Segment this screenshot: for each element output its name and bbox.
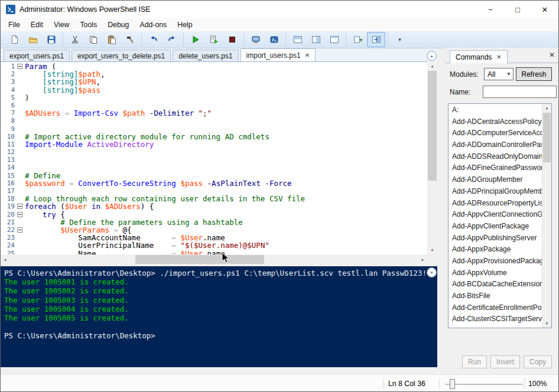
maximize-button[interactable]: □ bbox=[504, 1, 531, 18]
editor-line[interactable]: 8 bbox=[1, 117, 427, 125]
modules-dropdown[interactable]: All ▼ bbox=[484, 68, 514, 80]
statusbar-separator bbox=[524, 378, 525, 389]
editor-line[interactable]: 16$password = ConvertTo-SecureString $pa… bbox=[1, 179, 427, 187]
horizontal-scroll-thumb[interactable] bbox=[135, 255, 264, 264]
stop-operation-button[interactable] bbox=[223, 32, 241, 47]
menu-item-debug[interactable]: Debug bbox=[102, 18, 134, 31]
list-scroll-down-icon[interactable]: ▼ bbox=[542, 319, 551, 328]
command-list-item[interactable]: Add-ADDSReadOnlyDomainCo bbox=[448, 151, 542, 163]
script-tab-import_users.ps1[interactable]: import_users.ps1✕ bbox=[240, 48, 316, 61]
editor-vertical-scrollbar[interactable]: ▲ ▼ bbox=[427, 61, 437, 254]
new-script-button[interactable] bbox=[5, 32, 24, 47]
command-list-item[interactable]: Add-ADComputerServiceAccou bbox=[448, 128, 542, 139]
scroll-right-icon[interactable]: ► bbox=[418, 254, 427, 264]
list-scroll-up-icon[interactable]: ▲ bbox=[542, 104, 551, 112]
toolbar-overflow-button[interactable]: ▾ bbox=[391, 32, 409, 47]
show-script-pane-top-button[interactable] bbox=[288, 32, 307, 47]
zoom-slider-thumb[interactable] bbox=[450, 379, 455, 389]
start-powershell-button[interactable] bbox=[265, 32, 283, 47]
clear-console-button[interactable] bbox=[121, 32, 139, 47]
command-list-item[interactable]: Add-ADResourcePropertyListM bbox=[448, 198, 542, 210]
command-list-item[interactable]: Add-AppxPackage bbox=[448, 244, 542, 256]
command-list-item[interactable]: Add-BitsFile bbox=[448, 290, 542, 302]
editor-line[interactable]: 4 [string]$pass bbox=[1, 86, 427, 94]
fold-collapse-icon[interactable] bbox=[17, 212, 22, 217]
command-list-item[interactable]: Add-AppvClientPackage bbox=[448, 221, 542, 233]
command-list-item[interactable]: Add-AppxProvisionedPackage bbox=[448, 256, 542, 267]
command-list-scrollbar[interactable]: ▲ ▼ bbox=[542, 104, 551, 328]
editor-line[interactable]: 13 bbox=[1, 156, 427, 164]
collapse-script-pane-button[interactable]: ▲ bbox=[427, 51, 437, 61]
command-list-item[interactable]: Add-ADPrincipalGroupMember bbox=[448, 186, 542, 198]
refresh-button[interactable]: Refresh bbox=[516, 67, 552, 81]
editor-line[interactable]: 14 bbox=[1, 164, 427, 171]
list-scroll-thumb[interactable] bbox=[543, 113, 551, 162]
show-script-pane-maximized-button[interactable] bbox=[325, 32, 343, 47]
vertical-scroll-thumb[interactable] bbox=[428, 71, 437, 181]
command-list-item[interactable]: Add-ADFineGrainedPasswordP bbox=[448, 162, 542, 174]
scroll-up-icon[interactable]: ▲ bbox=[427, 61, 437, 70]
fold-collapse-icon[interactable] bbox=[17, 64, 22, 69]
close-button[interactable]: ✕ bbox=[531, 1, 558, 18]
undo-button[interactable] bbox=[144, 32, 162, 47]
script-tab-export_users_to_delete.ps1[interactable]: export_users_to_delete.ps1 bbox=[72, 50, 171, 61]
show-script-pane-right-button[interactable] bbox=[307, 32, 325, 47]
redo-button[interactable] bbox=[162, 32, 181, 47]
zoom-slider-track[interactable] bbox=[445, 384, 523, 385]
toggle-addon-pane-button[interactable] bbox=[367, 32, 385, 47]
command-list-item[interactable]: Add-ADGroupMember bbox=[448, 174, 542, 186]
cut-button[interactable] bbox=[66, 32, 84, 47]
menu-item-addons[interactable]: Add-ons bbox=[134, 18, 172, 31]
editor-horizontal-scrollbar[interactable]: ◄ ► bbox=[1, 254, 427, 264]
run-selection-button[interactable] bbox=[204, 32, 223, 47]
script-tab-delete_users.ps1[interactable]: delete_users.ps1 bbox=[173, 50, 238, 61]
fold-collapse-icon[interactable] bbox=[17, 227, 22, 233]
show-command-addon-button[interactable] bbox=[349, 32, 367, 47]
editor-line[interactable]: 12 bbox=[1, 148, 427, 156]
collapse-console-pane-button[interactable]: ▼ bbox=[427, 267, 437, 277]
command-list-item[interactable]: Add-AppxVolume bbox=[448, 267, 542, 279]
editor-line[interactable]: 7$ADUsers = Import-Csv $path -Delimiter … bbox=[1, 109, 427, 117]
redo-icon bbox=[167, 35, 177, 44]
command-list-item[interactable]: A: bbox=[448, 104, 542, 116]
editor-line[interactable]: 25 Name = $User.name bbox=[1, 250, 427, 255]
close-addon-panel-button[interactable]: ✕ bbox=[549, 51, 555, 59]
command-list-item[interactable]: Add-AppvClientConnectionGro bbox=[448, 209, 542, 221]
command-list-item[interactable]: Add-ADDomainControllerPassw bbox=[448, 139, 542, 151]
menu-item-file[interactable]: File bbox=[3, 18, 25, 31]
new-remote-powershell-tab-button[interactable] bbox=[246, 32, 265, 47]
editor-line[interactable]: 11Import-Module ActiveDirectory bbox=[1, 141, 427, 148]
scroll-down-icon[interactable]: ▼ bbox=[427, 246, 437, 254]
command-list-item[interactable]: Add-BCDataCacheExtension bbox=[448, 279, 542, 290]
script-editor[interactable]: 1Param (2 [string]$path,3 [string]$UPN,4… bbox=[1, 61, 427, 254]
menu-item-edit[interactable]: Edit bbox=[25, 18, 48, 31]
command-list-item[interactable]: Add-CertificateEnrollmentPolicy bbox=[448, 302, 542, 314]
script-tab-export_users.ps1[interactable]: export_users.ps1 bbox=[4, 50, 70, 61]
menu-item-tools[interactable]: Tools bbox=[74, 18, 102, 31]
menu-item-view[interactable]: View bbox=[48, 18, 74, 31]
save-button[interactable] bbox=[42, 32, 60, 47]
command-list-item[interactable]: Add-ADCentralAccessPolicyMe bbox=[448, 116, 542, 128]
paste-button[interactable] bbox=[102, 32, 121, 47]
minimize-button[interactable]: − bbox=[477, 1, 504, 18]
command-list-item[interactable]: Add-AppvPublishingServer bbox=[448, 233, 542, 244]
editor-line[interactable]: 5) bbox=[1, 94, 427, 102]
commands-tab[interactable]: Commands ✕ bbox=[450, 50, 508, 63]
run-script-button[interactable] bbox=[186, 32, 204, 47]
run-button[interactable]: Run bbox=[462, 355, 487, 368]
open-script-button[interactable] bbox=[24, 32, 42, 47]
powershell-ise-window: Administrator: Windows PowerShell ISE − … bbox=[0, 0, 559, 392]
command-list-item[interactable]: Add-ClusteriSCSITargetServerR bbox=[448, 313, 542, 325]
line-number: 18 bbox=[1, 195, 15, 202]
insert-button[interactable]: Insert bbox=[490, 355, 520, 368]
copy-button[interactable]: Copy bbox=[524, 355, 552, 368]
console-pane[interactable]: PS C:\Users\Administrator\Desktop> ./imp… bbox=[1, 266, 437, 367]
fold-collapse-icon[interactable] bbox=[17, 204, 22, 209]
close-commands-tab-icon[interactable]: ✕ bbox=[496, 54, 501, 60]
scroll-left-icon[interactable]: ◄ bbox=[1, 254, 9, 264]
command-list-item[interactable]: Add-Computer bbox=[448, 325, 542, 328]
close-tab-icon[interactable]: ✕ bbox=[305, 52, 310, 58]
copy-button[interactable] bbox=[84, 32, 102, 47]
menu-item-help[interactable]: Help bbox=[172, 18, 197, 31]
command-name-input[interactable] bbox=[483, 86, 557, 98]
